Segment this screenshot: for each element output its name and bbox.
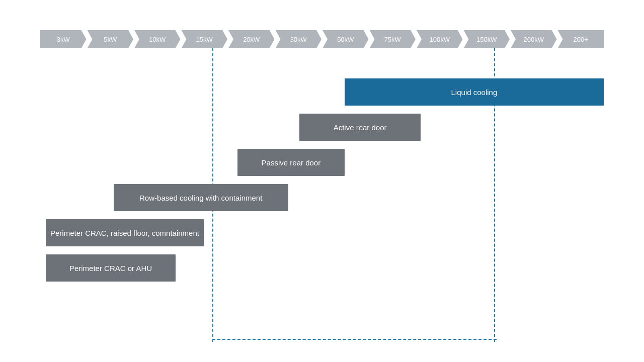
power-scale: 3kW 5kW 10kW 15kW 20kW 30kW 50kW 75kW 10… <box>40 30 604 48</box>
power-segment-5kw: 5kW <box>88 30 134 48</box>
passive-rear-door-label: Passive rear door <box>262 158 321 167</box>
passive-rear-door-bar: Passive rear door <box>237 149 345 176</box>
power-segment-20kw: 20kW <box>228 30 275 48</box>
active-rear-door-label: Active rear door <box>334 123 387 132</box>
liquid-cooling-label: Liquid cooling <box>451 88 498 97</box>
power-segment-10kw: 10kW <box>134 30 181 48</box>
row-based-cooling-bar: Row-based cooling with containment <box>114 184 288 211</box>
dashed-line-bottom <box>212 339 497 340</box>
power-segment-50kw: 50kW <box>323 30 369 48</box>
perimeter-raised-floor-bar: Perimeter CRAC, raised floor, comntainme… <box>46 219 204 246</box>
liquid-cooling-bar: Liquid cooling <box>345 78 604 106</box>
active-rear-door-bar: Active rear door <box>299 114 421 141</box>
power-segment-100kw: 100kW <box>417 30 463 48</box>
perimeter-crac-bar: Perimeter CRAC or AHU <box>46 254 176 282</box>
power-segment-75kw: 75kW <box>370 30 416 48</box>
perimeter-raised-floor-label: Perimeter CRAC, raised floor, comntainme… <box>50 229 199 237</box>
row-based-cooling-label: Row-based cooling with containment <box>139 194 262 202</box>
power-segment-150kw: 150kW <box>464 30 510 48</box>
power-segment-200plus: 200+ <box>558 30 604 48</box>
power-segment-30kw: 30kW <box>276 30 322 48</box>
chart-area: Liquid cooling Active rear door Passive … <box>40 48 604 342</box>
power-segment-15kw: 15kW <box>182 30 228 48</box>
power-segment-3kw: 3kW <box>40 30 87 48</box>
chart-container: 3kW 5kW 10kW 15kW 20kW 30kW 50kW 75kW 10… <box>40 30 604 342</box>
perimeter-crac-label: Perimeter CRAC or AHU <box>69 264 152 273</box>
power-segment-200kw: 200kW <box>511 30 557 48</box>
